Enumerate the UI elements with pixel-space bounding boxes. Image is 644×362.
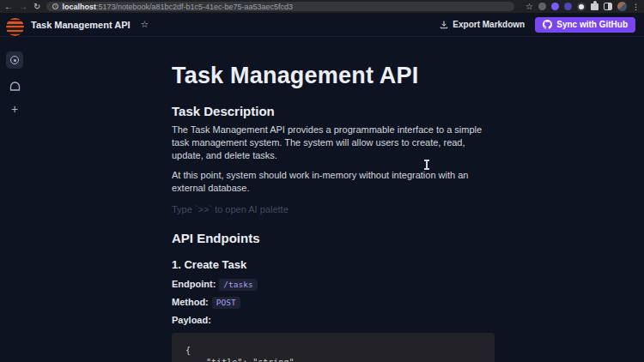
export-markdown-label: Export Markdown (453, 20, 525, 29)
payload-row: Payload: (172, 315, 498, 325)
forward-icon[interactable]: → (19, 0, 27, 13)
download-icon (440, 21, 448, 29)
url-host: localhost (62, 3, 96, 11)
site-info-icon[interactable]: i (52, 3, 58, 9)
sync-github-label: Sync with GitHub (556, 20, 628, 29)
browser-actions: ☆ ⋮ (526, 0, 640, 13)
bookmark-star-icon[interactable]: ☆ (526, 0, 533, 13)
extension-icon-1[interactable] (538, 3, 546, 10)
section-heading-api-endpoints[interactable]: API Endpoints (172, 231, 498, 245)
payload-code-block[interactable]: { "title": "string", "description": "str… (172, 333, 495, 362)
export-markdown-button[interactable]: Export Markdown (440, 20, 525, 29)
extension-icon-4[interactable] (577, 3, 586, 11)
extensions-puzzle-icon[interactable] (591, 3, 598, 10)
url-text: localhost:5173/notebook/a81bc2df-b1c5-41… (62, 3, 293, 11)
url-path: :5173/notebook/a81bc2df-b1c5-41ec-be75-a… (96, 3, 293, 11)
add-icon[interactable]: + (11, 104, 18, 114)
extension-icon-3[interactable] (564, 3, 572, 10)
folder-icon[interactable] (9, 81, 21, 91)
srcbook-logo[interactable] (6, 18, 24, 36)
endpoint-value-code: /tasks (219, 279, 257, 291)
page-title: Task Management API (172, 63, 498, 89)
endpoint-row: Endpoint:/tasks (172, 279, 498, 289)
ai-palette-placeholder-input[interactable]: Type `>>` to open AI palette (172, 204, 498, 214)
favorite-star-icon[interactable]: ☆ (141, 19, 149, 30)
extension-icon-2[interactable] (551, 3, 559, 10)
subsection-create-task[interactable]: 1. Create Task (172, 258, 498, 271)
description-paragraph-2[interactable]: At this point, system should work in-mem… (172, 169, 498, 195)
browser-toolbar: ← → ↻ i localhost:5173/notebook/a81bc2df… (0, 0, 644, 13)
payload-label: Payload: (172, 315, 211, 325)
app-header: Task Management API ☆ Export Markdown Sy… (0, 13, 644, 37)
address-bar[interactable]: i localhost:5173/notebook/a81bc2df-b1c5-… (46, 2, 514, 11)
method-row: Method:POST (172, 297, 498, 307)
description-paragraph-1[interactable]: The Task Management API provides a progr… (172, 124, 498, 162)
profile-avatar[interactable] (617, 2, 627, 11)
back-icon[interactable]: ← (4, 0, 13, 13)
mouse-ibeam-cursor (423, 160, 429, 170)
browser-menu-icon[interactable]: ⋮ (632, 3, 640, 11)
sync-github-button[interactable]: Sync with GitHub (535, 17, 635, 33)
sidebar: + (0, 37, 29, 362)
screen: ← → ↻ i localhost:5173/notebook/a81bc2df… (0, 0, 644, 362)
section-heading-task-description[interactable]: Task Description (172, 104, 498, 118)
reload-icon[interactable]: ↻ (33, 0, 40, 13)
notebook-icon (10, 56, 19, 64)
github-icon (543, 20, 552, 29)
method-value-code: POST (212, 297, 240, 309)
notebook-title[interactable]: Task Management API (31, 20, 131, 30)
sidebar-item-notebook[interactable] (6, 51, 23, 69)
header-actions: Export Markdown Sync with GitHub (440, 17, 635, 33)
endpoint-label: Endpoint: (172, 279, 216, 289)
side-panel-icon[interactable] (604, 3, 612, 10)
notebook-document: Task Management API Task Description The… (172, 63, 498, 362)
method-label: Method: (172, 297, 209, 307)
app-window: Task Management API ☆ Export Markdown Sy… (0, 13, 644, 362)
